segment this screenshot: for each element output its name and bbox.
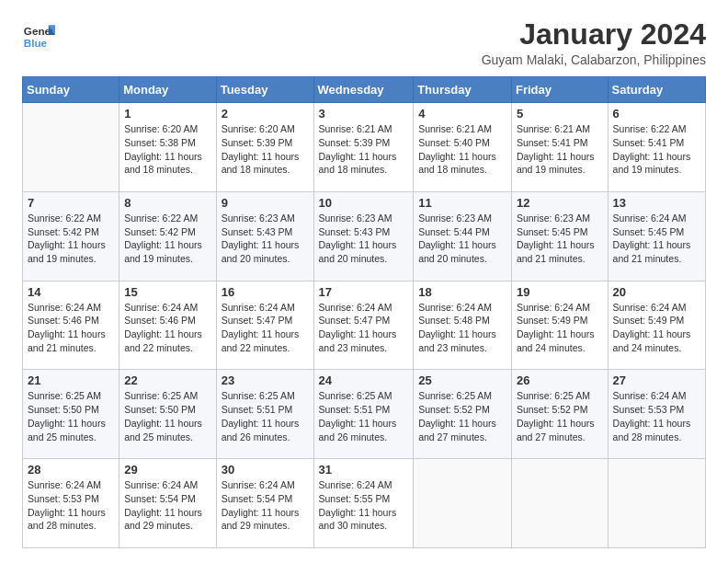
cell-info: Sunrise: 6:24 AM Sunset: 5:48 PM Dayligh… xyxy=(418,301,506,355)
table-cell: 1Sunrise: 6:20 AM Sunset: 5:38 PM Daylig… xyxy=(119,103,216,192)
day-number: 31 xyxy=(319,463,409,477)
cell-info: Sunrise: 6:20 AM Sunset: 5:38 PM Dayligh… xyxy=(124,122,210,177)
cell-info: Sunrise: 6:24 AM Sunset: 5:47 PM Dayligh… xyxy=(319,301,409,355)
day-number: 19 xyxy=(517,285,603,299)
header: General Blue January 2024 Guyam Malaki, … xyxy=(22,18,706,67)
table-cell: 18Sunrise: 6:24 AM Sunset: 5:48 PM Dayli… xyxy=(414,281,512,370)
cell-info: Sunrise: 6:21 AM Sunset: 5:41 PM Dayligh… xyxy=(517,122,603,177)
cell-info: Sunrise: 6:22 AM Sunset: 5:42 PM Dayligh… xyxy=(124,212,210,266)
svg-text:Blue: Blue xyxy=(24,37,48,49)
table-cell: 28Sunrise: 6:24 AM Sunset: 5:53 PM Dayli… xyxy=(23,459,119,548)
cell-info: Sunrise: 6:24 AM Sunset: 5:49 PM Dayligh… xyxy=(613,301,700,355)
cell-info: Sunrise: 6:24 AM Sunset: 5:54 PM Dayligh… xyxy=(222,478,309,533)
col-monday: Monday xyxy=(119,77,216,103)
table-cell: 11Sunrise: 6:23 AM Sunset: 5:44 PM Dayli… xyxy=(414,191,512,281)
cell-info: Sunrise: 6:24 AM Sunset: 5:45 PM Dayligh… xyxy=(613,212,700,266)
table-cell: 27Sunrise: 6:24 AM Sunset: 5:53 PM Dayli… xyxy=(608,370,705,459)
cell-info: Sunrise: 6:20 AM Sunset: 5:39 PM Dayligh… xyxy=(222,122,309,177)
day-number: 9 xyxy=(222,196,309,210)
week-row-2: 7Sunrise: 6:22 AM Sunset: 5:42 PM Daylig… xyxy=(23,191,706,281)
cell-info: Sunrise: 6:25 AM Sunset: 5:50 PM Dayligh… xyxy=(28,389,114,443)
cell-info: Sunrise: 6:24 AM Sunset: 5:46 PM Dayligh… xyxy=(28,301,114,355)
day-number: 1 xyxy=(124,107,210,121)
day-number: 12 xyxy=(517,196,603,210)
col-tuesday: Tuesday xyxy=(216,77,313,103)
day-number: 20 xyxy=(613,285,700,299)
table-cell: 15Sunrise: 6:24 AM Sunset: 5:46 PM Dayli… xyxy=(119,281,216,370)
table-cell: 24Sunrise: 6:25 AM Sunset: 5:51 PM Dayli… xyxy=(313,370,414,459)
day-number: 11 xyxy=(418,196,506,210)
table-cell: 16Sunrise: 6:24 AM Sunset: 5:47 PM Dayli… xyxy=(216,281,313,370)
table-cell: 7Sunrise: 6:22 AM Sunset: 5:42 PM Daylig… xyxy=(23,191,119,281)
cell-info: Sunrise: 6:22 AM Sunset: 5:41 PM Dayligh… xyxy=(613,122,700,177)
cell-info: Sunrise: 6:24 AM Sunset: 5:54 PM Dayligh… xyxy=(124,478,210,533)
day-number: 10 xyxy=(319,196,409,210)
table-cell: 12Sunrise: 6:23 AM Sunset: 5:45 PM Dayli… xyxy=(511,191,608,281)
cell-info: Sunrise: 6:24 AM Sunset: 5:47 PM Dayligh… xyxy=(222,301,309,355)
day-number: 4 xyxy=(418,107,506,121)
day-number: 8 xyxy=(124,196,210,210)
cell-info: Sunrise: 6:23 AM Sunset: 5:43 PM Dayligh… xyxy=(222,212,309,266)
cell-info: Sunrise: 6:25 AM Sunset: 5:51 PM Dayligh… xyxy=(319,389,409,443)
cell-info: Sunrise: 6:25 AM Sunset: 5:52 PM Dayligh… xyxy=(517,389,603,443)
col-thursday: Thursday xyxy=(414,77,512,103)
cell-info: Sunrise: 6:23 AM Sunset: 5:44 PM Dayligh… xyxy=(418,212,506,266)
table-cell: 14Sunrise: 6:24 AM Sunset: 5:46 PM Dayli… xyxy=(23,281,119,370)
cell-info: Sunrise: 6:23 AM Sunset: 5:43 PM Dayligh… xyxy=(319,212,409,266)
table-cell xyxy=(23,103,119,192)
day-number: 17 xyxy=(319,285,409,299)
table-cell: 19Sunrise: 6:24 AM Sunset: 5:49 PM Dayli… xyxy=(511,281,608,370)
table-cell xyxy=(414,459,512,548)
col-sunday: Sunday xyxy=(23,77,119,103)
logo: General Blue xyxy=(22,18,55,52)
day-number: 21 xyxy=(28,373,114,387)
cell-info: Sunrise: 6:24 AM Sunset: 5:53 PM Dayligh… xyxy=(28,478,114,533)
day-number: 15 xyxy=(124,285,210,299)
cell-info: Sunrise: 6:24 AM Sunset: 5:53 PM Dayligh… xyxy=(613,389,700,443)
day-number: 24 xyxy=(319,373,409,387)
cell-info: Sunrise: 6:25 AM Sunset: 5:51 PM Dayligh… xyxy=(222,389,309,443)
day-number: 26 xyxy=(517,373,603,387)
day-number: 13 xyxy=(613,196,700,210)
cell-info: Sunrise: 6:25 AM Sunset: 5:52 PM Dayligh… xyxy=(418,389,506,443)
week-row-5: 28Sunrise: 6:24 AM Sunset: 5:53 PM Dayli… xyxy=(23,459,706,548)
cell-info: Sunrise: 6:21 AM Sunset: 5:40 PM Dayligh… xyxy=(418,122,506,177)
cell-info: Sunrise: 6:22 AM Sunset: 5:42 PM Dayligh… xyxy=(28,212,114,266)
day-number: 3 xyxy=(319,107,409,121)
day-number: 23 xyxy=(222,373,309,387)
day-number: 27 xyxy=(613,373,700,387)
day-number: 30 xyxy=(222,463,309,477)
day-number: 7 xyxy=(28,196,114,210)
title-block: January 2024 Guyam Malaki, Calabarzon, P… xyxy=(482,18,706,67)
table-cell xyxy=(608,459,705,548)
table-cell: 3Sunrise: 6:21 AM Sunset: 5:39 PM Daylig… xyxy=(313,103,414,192)
table-cell: 9Sunrise: 6:23 AM Sunset: 5:43 PM Daylig… xyxy=(216,191,313,281)
table-cell: 22Sunrise: 6:25 AM Sunset: 5:50 PM Dayli… xyxy=(119,370,216,459)
day-number: 2 xyxy=(222,107,309,121)
table-cell: 13Sunrise: 6:24 AM Sunset: 5:45 PM Dayli… xyxy=(608,191,705,281)
cell-info: Sunrise: 6:21 AM Sunset: 5:39 PM Dayligh… xyxy=(319,122,409,177)
table-cell: 6Sunrise: 6:22 AM Sunset: 5:41 PM Daylig… xyxy=(608,103,705,192)
table-cell: 29Sunrise: 6:24 AM Sunset: 5:54 PM Dayli… xyxy=(119,459,216,548)
table-cell xyxy=(511,459,608,548)
week-row-4: 21Sunrise: 6:25 AM Sunset: 5:50 PM Dayli… xyxy=(23,370,706,459)
cell-info: Sunrise: 6:24 AM Sunset: 5:49 PM Dayligh… xyxy=(517,301,603,355)
cell-info: Sunrise: 6:23 AM Sunset: 5:45 PM Dayligh… xyxy=(517,212,603,266)
day-number: 18 xyxy=(418,285,506,299)
day-number: 25 xyxy=(418,373,506,387)
day-number: 22 xyxy=(124,373,210,387)
table-cell: 31Sunrise: 6:24 AM Sunset: 5:55 PM Dayli… xyxy=(313,459,414,548)
col-saturday: Saturday xyxy=(608,77,705,103)
day-number: 5 xyxy=(517,107,603,121)
day-number: 29 xyxy=(124,463,210,477)
cell-info: Sunrise: 6:24 AM Sunset: 5:55 PM Dayligh… xyxy=(319,478,409,533)
table-cell: 10Sunrise: 6:23 AM Sunset: 5:43 PM Dayli… xyxy=(313,191,414,281)
day-number: 6 xyxy=(613,107,700,121)
col-wednesday: Wednesday xyxy=(313,77,414,103)
col-friday: Friday xyxy=(511,77,608,103)
page: General Blue January 2024 Guyam Malaki, … xyxy=(0,0,728,563)
day-number: 16 xyxy=(222,285,309,299)
table-cell: 17Sunrise: 6:24 AM Sunset: 5:47 PM Dayli… xyxy=(313,281,414,370)
subtitle: Guyam Malaki, Calabarzon, Philippines xyxy=(482,52,706,67)
week-row-1: 1Sunrise: 6:20 AM Sunset: 5:38 PM Daylig… xyxy=(23,103,706,192)
